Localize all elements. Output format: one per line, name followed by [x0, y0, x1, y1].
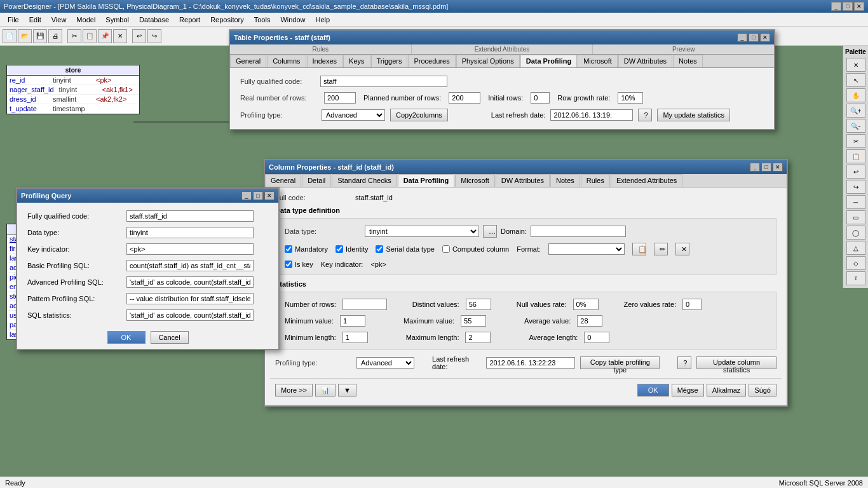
tab-physical-options[interactable]: Physical Options — [456, 55, 520, 67]
avg-val-input[interactable] — [577, 315, 602, 327]
copy-btn[interactable]: 📋 — [83, 29, 97, 43]
menu-view[interactable]: View — [46, 15, 72, 25]
max-val-input[interactable] — [461, 315, 486, 327]
cp-help-btn[interactable]: ? — [677, 356, 691, 369]
avg-len-input[interactable] — [584, 332, 609, 343]
cp-alkalmaz-btn[interactable]: Alkalmaz — [707, 384, 747, 396]
cp-tab-microsoft[interactable]: Microsoft — [455, 174, 495, 187]
min-len-input[interactable] — [342, 332, 368, 343]
menu-model[interactable]: Model — [71, 15, 100, 25]
menu-file[interactable]: File — [3, 15, 24, 25]
tp-minimize-btn[interactable]: _ — [737, 33, 747, 42]
cp-tab-general[interactable]: General — [265, 174, 301, 187]
paste-btn[interactable]: 📌 — [98, 29, 112, 43]
tab-keys[interactable]: Keys — [343, 55, 370, 67]
cp-sugo-btn[interactable]: Súgó — [749, 384, 776, 396]
real-rows-input[interactable] — [324, 92, 356, 104]
cp-domain-input[interactable] — [531, 226, 626, 237]
tab-triggers[interactable]: Triggers — [371, 55, 408, 67]
tab-notes[interactable]: Notes — [673, 55, 703, 67]
pq-keyind-input[interactable] — [126, 243, 254, 255]
maximize-btn[interactable]: □ — [843, 2, 853, 11]
pq-advanced-input[interactable] — [126, 276, 254, 288]
profiling-type-select[interactable]: Advanced Basic Standard — [322, 109, 385, 121]
update-col-stats-btn[interactable]: Update column statistics — [696, 356, 776, 369]
palette-tool-cut[interactable]: ✂ — [846, 134, 865, 148]
last-refresh-input[interactable] — [550, 109, 633, 121]
menu-database[interactable]: Database — [134, 15, 174, 25]
pq-minimize-btn[interactable]: _ — [241, 191, 252, 200]
tab-dw-attributes[interactable]: DW Attributes — [618, 55, 672, 67]
cp-tab-data-profiling[interactable]: Data Profiling — [398, 174, 455, 187]
max-len-input[interactable] — [465, 332, 491, 343]
palette-tool-hand[interactable]: ✋ — [846, 88, 865, 102]
copy-table-profiling-btn[interactable]: Copy table profiling type — [580, 356, 660, 369]
palette-tool-connector[interactable]: ⟟ — [846, 271, 865, 285]
cut-btn[interactable]: ✂ — [67, 29, 81, 43]
palette-tool-triangle[interactable]: △ — [846, 241, 865, 255]
my-update-stats-btn[interactable]: My update statistics — [657, 109, 730, 121]
more-btn[interactable]: More >> — [275, 384, 313, 396]
menu-symbol[interactable]: Symbol — [100, 15, 134, 25]
menu-tools[interactable]: Tools — [249, 15, 276, 25]
palette-close-btn[interactable]: ✕ — [846, 58, 865, 72]
menu-repository[interactable]: Repository — [205, 15, 249, 25]
tab-procedures[interactable]: Procedures — [408, 55, 455, 67]
palette-tool-zoom-in[interactable]: 🔍+ — [846, 104, 865, 118]
identity-check[interactable]: Identity — [336, 245, 368, 253]
initial-rows-input[interactable] — [531, 92, 550, 104]
tab-general[interactable]: General — [230, 55, 266, 67]
mandatory-check[interactable]: Mandatory — [285, 245, 328, 253]
distinct-input[interactable] — [466, 299, 491, 310]
palette-tool-select[interactable]: ↖ — [846, 73, 865, 87]
num-rows-input[interactable] — [342, 299, 387, 310]
palette-tool-ellipse[interactable]: ◯ — [846, 226, 865, 240]
export-btn[interactable]: 📊 — [315, 384, 336, 396]
iskey-check[interactable]: Is key — [285, 261, 313, 268]
print-btn[interactable]: 🖨 — [48, 29, 62, 43]
new-btn[interactable]: 📄 — [3, 29, 17, 43]
tp-close-btn[interactable]: ✕ — [760, 33, 770, 42]
tab-data-profiling[interactable]: Data Profiling — [520, 55, 578, 67]
cp-tab-dw-attributes[interactable]: DW Attributes — [496, 174, 550, 187]
cp-refresh-input[interactable] — [486, 357, 575, 369]
pq-fqc-input[interactable] — [126, 210, 254, 222]
cp-dtype-select[interactable]: tinyint — [365, 226, 479, 237]
menu-edit[interactable]: Edit — [24, 15, 46, 25]
palette-tool-line[interactable]: ─ — [846, 195, 865, 209]
identity-checkbox[interactable] — [336, 245, 343, 253]
zero-rate-input[interactable] — [682, 299, 702, 310]
pq-maximize-btn[interactable]: □ — [253, 191, 263, 200]
pq-dtype-input[interactable] — [126, 227, 254, 238]
cp-tab-extended[interactable]: Extended Attributes — [611, 174, 682, 187]
close-btn[interactable]: ✕ — [854, 2, 864, 11]
mandatory-checkbox[interactable] — [285, 245, 292, 253]
tp-maximize-btn[interactable]: □ — [749, 33, 759, 42]
format-btn3[interactable]: ✕ — [675, 243, 689, 255]
format-btn2[interactable]: ✏ — [654, 243, 668, 255]
cp-tab-notes[interactable]: Notes — [550, 174, 580, 187]
palette-tool-diamond[interactable]: ◇ — [846, 256, 865, 270]
minimize-btn[interactable]: _ — [831, 2, 841, 11]
tab-columns[interactable]: Columns — [267, 55, 306, 67]
redo-btn[interactable]: ↪ — [147, 29, 161, 43]
tab-microsoft[interactable]: Microsoft — [578, 55, 618, 67]
row-growth-input[interactable] — [618, 92, 643, 104]
null-rate-input[interactable] — [573, 299, 599, 310]
computed-checkbox[interactable] — [442, 245, 450, 253]
cp-tab-rules[interactable]: Rules — [581, 174, 610, 187]
iskey-checkbox[interactable] — [285, 261, 292, 268]
cp-dtype-browse-btn[interactable]: … — [483, 225, 497, 238]
pq-pattern-input[interactable] — [126, 293, 254, 304]
pq-sqlstats-input[interactable] — [126, 309, 254, 321]
palette-tool-undo[interactable]: ↩ — [846, 165, 865, 179]
cp-profiling-select[interactable]: Advanced — [356, 357, 414, 369]
save-btn[interactable]: 💾 — [33, 29, 47, 43]
min-val-input[interactable] — [340, 315, 365, 327]
fqc-input[interactable] — [320, 76, 447, 87]
palette-tool-redo[interactable]: ↪ — [846, 180, 865, 194]
open-btn[interactable]: 📂 — [18, 29, 32, 43]
menu-report[interactable]: Report — [174, 15, 205, 25]
palette-tool-zoom-out[interactable]: 🔍- — [846, 119, 865, 133]
palette-tool-rect[interactable]: ▭ — [846, 210, 865, 224]
